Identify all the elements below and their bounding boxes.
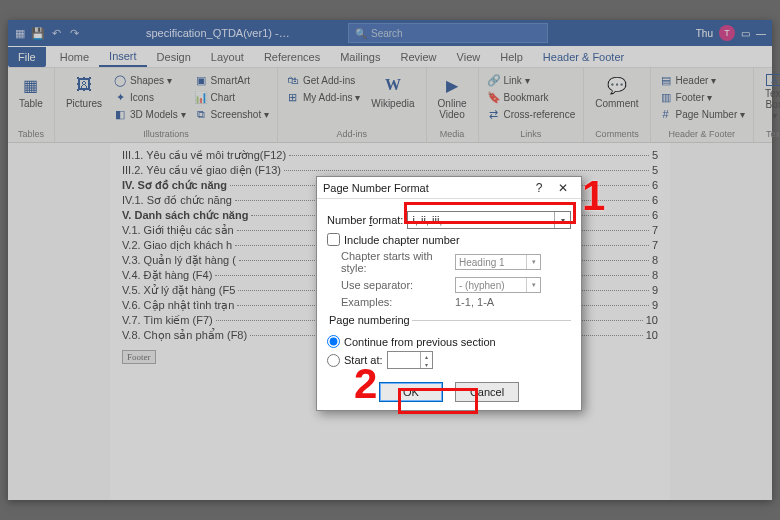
tab-mailings[interactable]: Mailings	[330, 48, 390, 66]
ribbon-tabs: File Home Insert Design Layout Reference…	[8, 46, 772, 68]
icons-button[interactable]: ✦Icons	[111, 89, 188, 105]
footer-button[interactable]: ▥Footer ▾	[657, 89, 747, 105]
textbox-icon: A	[766, 74, 780, 86]
chart-icon: 📊	[194, 90, 208, 104]
cancel-button[interactable]: Cancel	[455, 382, 519, 402]
shapes-button[interactable]: ◯Shapes ▾	[111, 72, 188, 88]
chart-button[interactable]: 📊Chart	[192, 89, 271, 105]
smartart-icon: ▣	[194, 73, 208, 87]
tab-design[interactable]: Design	[147, 48, 201, 66]
minimize-icon[interactable]: —	[756, 28, 766, 39]
pictures-button[interactable]: 🖼Pictures	[61, 72, 107, 111]
tab-layout[interactable]: Layout	[201, 48, 254, 66]
chevron-down-icon: ▾	[554, 212, 570, 228]
avatar[interactable]: T	[719, 25, 735, 41]
footer-icon: ▥	[659, 90, 673, 104]
tab-view[interactable]: View	[447, 48, 491, 66]
tab-review[interactable]: Review	[391, 48, 447, 66]
start-at-label: Start at:	[344, 354, 383, 366]
page-number-format-dialog: Page Number Format ? ✕ Number format: i,…	[316, 176, 582, 411]
addin-icon: ⊞	[286, 90, 300, 104]
my-addins-button[interactable]: ⊞My Add-ins ▾	[284, 89, 362, 105]
tab-insert[interactable]: Insert	[99, 47, 147, 67]
number-format-combo[interactable]: i, ii, iii, … ▾	[407, 211, 571, 229]
icons-icon: ✦	[113, 90, 127, 104]
header-icon: ▤	[659, 73, 673, 87]
close-icon[interactable]: ✕	[551, 181, 575, 195]
tab-help[interactable]: Help	[490, 48, 533, 66]
page-numbering-legend: Page numbering	[327, 314, 412, 326]
include-chapter-checkbox[interactable]	[327, 233, 340, 246]
tab-header-footer[interactable]: Header & Footer	[533, 48, 634, 66]
toc-line: III.1. Yêu cầu về môi trường(F12)5	[122, 149, 658, 162]
page-number-button[interactable]: #Page Number ▾	[657, 106, 747, 122]
link-button[interactable]: 🔗Link ▾	[485, 72, 578, 88]
save-icon[interactable]: 💾	[30, 25, 46, 41]
table-button[interactable]: ▦Table	[14, 72, 48, 111]
link-icon: 🔗	[487, 73, 501, 87]
bookmark-button[interactable]: 🔖Bookmark	[485, 89, 578, 105]
help-icon[interactable]: ?	[527, 181, 551, 195]
textbox-button[interactable]: AText Box ▾	[760, 72, 780, 123]
word-icon: ▦	[12, 25, 28, 41]
chapter-style-label: Chapter starts with style:	[341, 250, 451, 274]
pagenum-icon: #	[659, 107, 673, 121]
tab-references[interactable]: References	[254, 48, 330, 66]
online-video-button[interactable]: ▶Online Video	[433, 72, 472, 122]
start-at-spinner[interactable]: ▴▾	[387, 351, 433, 369]
continue-label: Continue from previous section	[344, 336, 496, 348]
table-icon: ▦	[20, 74, 42, 96]
continue-radio[interactable]	[327, 335, 340, 348]
wikipedia-button[interactable]: WWikipedia	[366, 72, 419, 111]
examples-label: Examples:	[341, 296, 451, 308]
tab-file[interactable]: File	[8, 47, 46, 67]
bookmark-icon: 🔖	[487, 90, 501, 104]
xref-icon: ⇄	[487, 107, 501, 121]
comment-button[interactable]: 💬Comment	[590, 72, 643, 111]
redo-icon[interactable]: ↷	[66, 25, 82, 41]
screenshot-button[interactable]: ⧉Screenshot ▾	[192, 106, 271, 122]
footer-tag: Footer	[122, 350, 156, 364]
pictures-icon: 🖼	[73, 74, 95, 96]
wikipedia-icon: W	[382, 74, 404, 96]
tab-home[interactable]: Home	[50, 48, 99, 66]
cross-reference-button[interactable]: ⇄Cross-reference	[485, 106, 578, 122]
search-icon: 🔍	[355, 28, 367, 39]
search-box[interactable]: 🔍 Search	[348, 23, 548, 43]
get-addins-button[interactable]: 🛍Get Add-ins	[284, 72, 362, 88]
shapes-icon: ◯	[113, 73, 127, 87]
header-button[interactable]: ▤Header ▾	[657, 72, 747, 88]
video-icon: ▶	[441, 74, 463, 96]
number-format-label: Number format:	[327, 214, 403, 226]
comment-icon: 💬	[606, 74, 628, 96]
store-icon: 🛍	[286, 73, 300, 87]
ribbon-options-icon[interactable]: ▭	[741, 28, 750, 39]
quick-access-toolbar: ▦ 💾 ↶ ↷	[8, 25, 86, 41]
include-chapter-label: Include chapter number	[344, 234, 460, 246]
chapter-style-combo: Heading 1▾	[455, 254, 541, 270]
dialog-title: Page Number Format	[323, 182, 429, 194]
title-bar: ▦ 💾 ↶ ↷ specification_QTDA(ver1) -… 🔍 Se…	[8, 20, 772, 46]
undo-icon[interactable]: ↶	[48, 25, 64, 41]
start-at-radio[interactable]	[327, 354, 340, 367]
ok-button[interactable]: OK	[379, 382, 443, 402]
cube-icon: ◧	[113, 107, 127, 121]
document-name: specification_QTDA(ver1) -…	[146, 27, 290, 39]
ribbon: ▦Table Tables 🖼Pictures ◯Shapes ▾ ✦Icons…	[8, 68, 772, 143]
examples-value: 1-1, 1-A	[455, 296, 494, 308]
user-name: Thu	[696, 28, 713, 39]
3dmodels-button[interactable]: ◧3D Models ▾	[111, 106, 188, 122]
separator-combo: - (hyphen)▾	[455, 277, 541, 293]
smartart-button[interactable]: ▣SmartArt	[192, 72, 271, 88]
separator-label: Use separator:	[341, 279, 451, 291]
screenshot-icon: ⧉	[194, 107, 208, 121]
